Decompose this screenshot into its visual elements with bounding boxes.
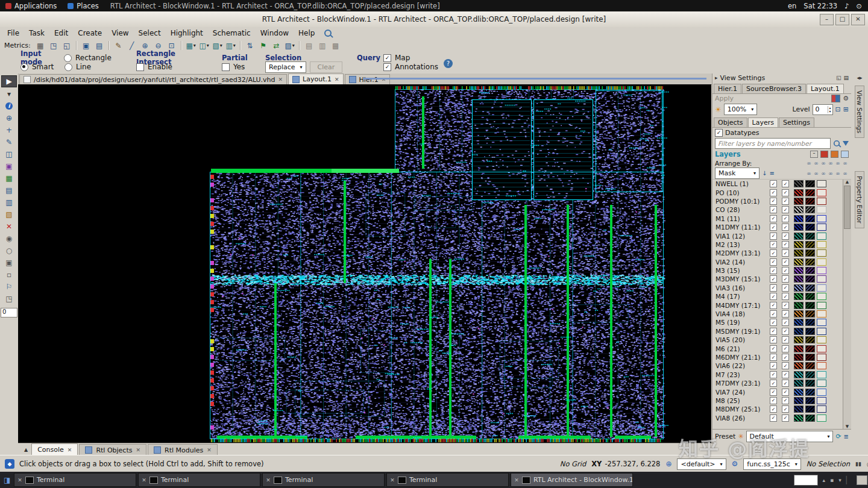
close-icon[interactable]: ✕ (278, 77, 283, 83)
select-tool-icon[interactable]: ▶ (1, 75, 17, 87)
region-icon[interactable]: ▫ (2, 269, 16, 280)
layer-fill-swatch-2[interactable] (805, 233, 815, 240)
refresh-icon[interactable]: ⟳ (835, 433, 841, 440)
doc-tab-1[interactable]: Layout.1✕ (288, 74, 343, 84)
gear-icon[interactable]: ⚙ (843, 95, 849, 102)
brightness-icon[interactable]: ☀ (715, 105, 722, 114)
layer-visible-checkbox[interactable]: ✓ (770, 380, 777, 387)
layer-fill-swatch-2[interactable] (805, 189, 815, 196)
path-dropdown-icon[interactable]: ▨▾ (283, 40, 297, 51)
layer-row[interactable]: PODMY (10:1)✓✓ (712, 197, 843, 205)
filter-search-icon[interactable] (834, 140, 840, 146)
subtab-layers[interactable]: Layers (748, 117, 778, 127)
bottom-tab-console[interactable]: Console✕ (31, 443, 78, 455)
info-tool-icon[interactable]: i (2, 101, 16, 111)
layer-select-checkbox[interactable]: ✓ (782, 267, 789, 274)
help-button[interactable]: ? (444, 59, 453, 68)
layer-row[interactable]: M7DMY (23:1)✓✓ (712, 379, 843, 387)
spin-down-icon[interactable]: ▾ (829, 110, 831, 113)
close-button[interactable]: ✕ (851, 14, 865, 25)
edit-tool-icon[interactable]: ✎ (2, 137, 16, 148)
menu-select[interactable]: Select (134, 28, 166, 39)
collapse-icon[interactable]: ◱ (60, 40, 74, 51)
level-spinner[interactable]: 0 ▴▾ (813, 104, 833, 115)
flag-tool-icon[interactable]: ⚐ (2, 281, 16, 292)
layer-row[interactable]: M8 (25)✓✓ (712, 396, 843, 405)
panel-tab-hier.1[interactable]: Hier.1 (714, 84, 741, 93)
applications-menu[interactable]: Applications (0, 0, 62, 11)
layer-fill-swatch[interactable] (794, 389, 804, 396)
layout-canvas-area[interactable] (18, 84, 711, 443)
layer-row[interactable]: M3DMY (15:1)✓✓ (712, 275, 843, 283)
volume-icon[interactable]: ♪ (844, 2, 849, 10)
layer-fill-swatch-2[interactable] (805, 397, 815, 404)
layer-outline-swatch[interactable] (817, 380, 826, 387)
visibility-icon[interactable]: ∞ (820, 160, 827, 166)
layer-select-checkbox[interactable]: ✓ (782, 354, 789, 361)
layer-fill-swatch-2[interactable] (805, 345, 815, 352)
collapse-layers-icon[interactable]: – (810, 151, 818, 158)
layer-select-checkbox[interactable]: ✓ (782, 284, 789, 292)
layer-visible-checkbox[interactable]: ✓ (770, 354, 777, 361)
layer-fill-swatch-2[interactable] (805, 249, 815, 257)
layer-outline-swatch[interactable] (817, 241, 826, 248)
layer-outline-swatch[interactable] (817, 224, 826, 231)
layer-fill-swatch-2[interactable] (805, 198, 815, 205)
layer-visible-checkbox[interactable]: ✓ (770, 233, 777, 240)
layer-fill-swatch[interactable] (794, 310, 804, 318)
scroll-up-icon[interactable]: ▲ (846, 180, 849, 184)
layer-visible-checkbox[interactable]: ✓ (770, 389, 777, 396)
layer-fill-swatch[interactable] (794, 180, 804, 187)
taskbar-item-2[interactable]: ✕Terminal (262, 473, 385, 487)
layer-row[interactable]: M6 (21)✓✓ (712, 344, 843, 352)
layer-outline-swatch[interactable] (817, 397, 826, 404)
layer-outline-swatch[interactable] (817, 345, 826, 352)
menu-file[interactable]: File (2, 28, 24, 39)
layer-outline-swatch[interactable] (817, 389, 826, 396)
keyboard-layout[interactable]: en (788, 2, 796, 10)
red-swatch-icon[interactable] (820, 151, 828, 158)
layer-fill-swatch[interactable] (794, 224, 804, 231)
layer-fill-swatch-2[interactable] (805, 362, 815, 369)
layer-fill-swatch[interactable] (794, 354, 804, 361)
layer-row[interactable]: M7 (23)✓✓ (712, 371, 843, 379)
layer-visible-checkbox[interactable]: ✓ (770, 414, 777, 422)
close-icon[interactable]: ✕ (266, 477, 271, 483)
corner-dropdown[interactable]: func.ss_125c ▾ (743, 458, 800, 470)
bottom-tabs-handle-icon[interactable]: ▲ (22, 447, 30, 452)
layer-outline-swatch[interactable] (817, 215, 826, 222)
layer-select-checkbox[interactable]: ✓ (782, 371, 789, 378)
layer-select-checkbox[interactable]: ✓ (782, 224, 789, 231)
layer-row[interactable]: M1DMY (11:1)✓✓ (712, 223, 843, 231)
layer-select-checkbox[interactable]: ✓ (782, 233, 789, 240)
layer-visible-checkbox[interactable]: ✓ (770, 249, 777, 257)
layer-visible-checkbox[interactable]: ✓ (770, 371, 777, 378)
visibility-icon[interactable]: ∞ (841, 170, 849, 177)
layer-fill-swatch[interactable] (794, 233, 804, 240)
layer-visible-checkbox[interactable]: ✓ (770, 180, 777, 187)
layer-row[interactable]: VIA8 (26)✓✓ (712, 414, 843, 422)
open-icon[interactable]: ▤ (93, 40, 106, 51)
layer-fill-swatch-2[interactable] (805, 380, 815, 387)
subtab-settings[interactable]: Settings (779, 117, 814, 127)
layer-outline-swatch[interactable] (817, 319, 826, 326)
pin-filter-dropdown-icon[interactable]: ▥▾ (224, 40, 237, 51)
layer-fill-swatch[interactable] (794, 284, 804, 292)
visibility-icon[interactable]: ∞ (827, 170, 834, 177)
layer-fill-swatch-2[interactable] (805, 405, 815, 413)
layer-fill-swatch[interactable] (794, 198, 804, 205)
layer-select-checkbox[interactable]: ✓ (782, 215, 789, 222)
layer-fill-swatch[interactable] (794, 405, 804, 413)
scroll-down-icon[interactable]: ▼ (846, 424, 849, 429)
paste-tool-icon[interactable]: ▣ (2, 161, 16, 172)
layer-outline-swatch[interactable] (817, 249, 826, 257)
layer-fill-swatch-2[interactable] (805, 180, 815, 187)
close-icon[interactable]: ✕ (390, 477, 395, 483)
close-icon[interactable]: ✕ (136, 447, 140, 453)
layer-visible-checkbox[interactable]: ✓ (770, 215, 777, 222)
layer-select-checkbox[interactable]: ✓ (782, 328, 789, 335)
datatypes-checkbox[interactable]: ✓ (715, 129, 723, 137)
menu-edit[interactable]: Edit (49, 28, 73, 39)
layer-row[interactable]: M1 (11)✓✓ (712, 214, 843, 223)
layer-row[interactable]: VIA7 (24)✓✓ (712, 387, 843, 396)
